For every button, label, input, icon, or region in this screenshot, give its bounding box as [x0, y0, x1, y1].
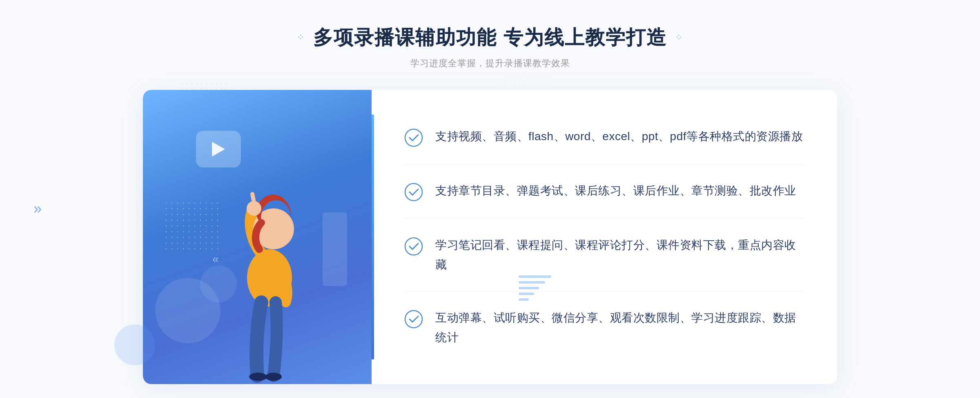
page-subtitle: 学习进度全掌握，提升录播课教学效果 [297, 57, 683, 69]
svg-point-9 [405, 311, 422, 328]
header-section: ⁘ 多项录播课辅助功能 专为线上教学打造 ⁘ 学习进度全掌握，提升录播课教学效果 [297, 0, 683, 69]
svg-point-8 [405, 238, 422, 255]
page-wrapper: » ⁘ 多项录播课辅助功能 专为线上教学打造 ⁘ 学习进度全掌握，提升录播课教学… [0, 0, 980, 398]
stripe-line-4 [519, 293, 534, 295]
card-left-bar [372, 114, 374, 360]
feature-text-4: 互动弹幕、试听购买、微信分享、观看次数限制、学习进度跟踪、数据统计 [435, 308, 804, 347]
feature-text-3: 学习笔记回看、课程提问、课程评论打分、课件资料下载，重点内容收藏 [435, 235, 804, 274]
main-card: « [143, 90, 837, 384]
svg-point-2 [249, 373, 267, 381]
stripe-line-3 [519, 287, 539, 289]
feature-item-4: 互动弹幕、试听购买、微信分享、观看次数限制、学习进度跟踪、数据统计 [404, 300, 804, 355]
header-dots-right: ⁘ [675, 32, 683, 43]
header-dots-left: ⁘ [297, 32, 305, 43]
stripe-decoration-bottom [519, 275, 551, 316]
check-icon-4 [404, 310, 423, 329]
svg-line-5 [252, 194, 254, 202]
stripe-line-5 [519, 298, 529, 301]
feature-item-1: 支持视频、音频、flash、word、excel、ppt、pdf等各种格式的资源… [404, 119, 804, 155]
illustration-area: « [143, 90, 372, 384]
svg-point-3 [265, 373, 282, 381]
content-area: 支持视频、音频、flash、word、excel、ppt、pdf等各种格式的资源… [372, 90, 837, 384]
check-icon-2 [404, 183, 423, 201]
divider-3 [404, 291, 804, 291]
feature-item-3: 学习笔记回看、课程提问、课程评论打分、课件资料下载，重点内容收藏 [404, 227, 804, 282]
check-icon-1 [404, 128, 423, 147]
stripe-line-2 [519, 281, 545, 284]
page-title: 多项录播课辅助功能 专为线上教学打造 [313, 25, 666, 51]
stripe-line-1 [519, 275, 551, 278]
divider-1 [404, 164, 804, 164]
divider-2 [404, 218, 804, 219]
header-title-wrapper: ⁘ 多项录播课辅助功能 专为线上教学打造 ⁘ [297, 25, 683, 51]
check-icon-3 [404, 237, 423, 256]
svg-point-6 [405, 129, 422, 146]
svg-point-7 [405, 183, 422, 201]
feature-text-1: 支持视频、音频、flash、word、excel、ppt、pdf等各种格式的资源… [435, 127, 803, 146]
chevron-left-decoration: » [33, 200, 42, 217]
person-illustration [208, 147, 331, 384]
blue-circle-decoration [114, 324, 155, 365]
feature-item-2: 支持章节目录、弹题考试、课后练习、课后作业、章节测验、批改作业 [404, 173, 804, 210]
feature-text-2: 支持章节目录、弹题考试、课后练习、课后作业、章节测验、批改作业 [435, 181, 796, 201]
